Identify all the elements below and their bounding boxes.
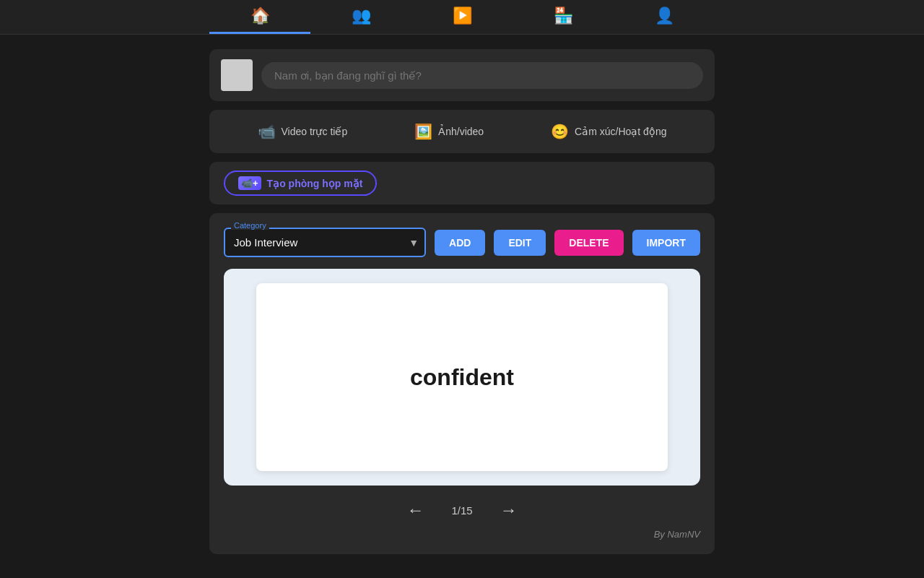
video-live-button[interactable]: 📹 Video trực tiếp — [249, 118, 357, 144]
previous-card-button[interactable]: ← — [401, 497, 430, 523]
add-button[interactable]: ADD — [435, 230, 485, 256]
emotion-button[interactable]: 😊 Cảm xúc/Hoạt động — [542, 118, 675, 144]
play-icon: ▶️ — [453, 7, 472, 25]
nav-people[interactable]: 👥 — [310, 0, 411, 34]
video-icon: 📹 — [258, 123, 276, 140]
photo-video-button[interactable]: 🖼️ Ảnh/video — [406, 118, 492, 144]
flashcard[interactable]: confident — [256, 283, 668, 471]
video-live-label: Video trực tiếp — [282, 126, 348, 137]
emotion-icon: 😊 — [551, 123, 569, 140]
edit-button[interactable]: EDIT — [494, 230, 546, 256]
main-content: 📹 Video trực tiếp 🖼️ Ảnh/video 😊 Cảm xúc… — [0, 35, 924, 569]
nav-video[interactable]: ▶️ — [411, 0, 513, 34]
profile-icon: 👤 — [655, 7, 674, 25]
flashcard-controls: Category Job Interview ▼ ADD EDIT DELETE… — [224, 228, 700, 257]
nav-shop[interactable]: 🏪 — [513, 0, 614, 34]
nav-profile[interactable]: 👤 — [614, 0, 715, 34]
flashcard-word: confident — [410, 364, 514, 391]
category-select-wrapper: Category Job Interview ▼ — [224, 228, 426, 257]
flashcard-section: Category Job Interview ▼ ADD EDIT DELETE… — [209, 213, 715, 554]
card-navigation: ← 1/15 → — [224, 497, 700, 523]
center-panel: 📹 Video trực tiếp 🖼️ Ảnh/video 😊 Cảm xúc… — [209, 49, 715, 554]
avatar — [221, 59, 253, 91]
emotion-label: Cảm xúc/Hoạt động — [575, 126, 666, 137]
meeting-video-icon: 📹+ — [238, 176, 261, 190]
delete-button[interactable]: DELETE — [554, 230, 623, 256]
photo-icon: 🖼️ — [414, 123, 432, 140]
people-icon: 👥 — [352, 7, 371, 25]
meeting-button-label: Tạo phòng họp mặt — [267, 178, 363, 189]
create-meeting-button[interactable]: 📹+ Tạo phòng họp mặt — [224, 171, 377, 196]
photo-video-label: Ảnh/video — [438, 126, 484, 137]
import-button[interactable]: IMPORT — [632, 230, 700, 256]
top-navigation: 🏠 👥 ▶️ 🏪 👤 — [0, 0, 924, 35]
home-icon: 🏠 — [250, 7, 270, 25]
flashcard-display: confident — [224, 269, 700, 486]
nav-home[interactable]: 🏠 — [209, 0, 310, 34]
post-input-area — [209, 49, 715, 101]
post-input[interactable] — [261, 62, 703, 89]
category-select[interactable]: Job Interview — [224, 228, 426, 257]
next-card-button[interactable]: → — [494, 497, 523, 523]
card-counter: 1/15 — [451, 504, 472, 517]
category-label: Category — [231, 221, 269, 230]
attribution: By NamNV — [224, 529, 700, 540]
post-actions: 📹 Video trực tiếp 🖼️ Ảnh/video 😊 Cảm xúc… — [209, 110, 715, 153]
meeting-area: 📹+ Tạo phòng họp mặt — [209, 162, 715, 204]
shop-icon: 🏪 — [554, 7, 573, 25]
